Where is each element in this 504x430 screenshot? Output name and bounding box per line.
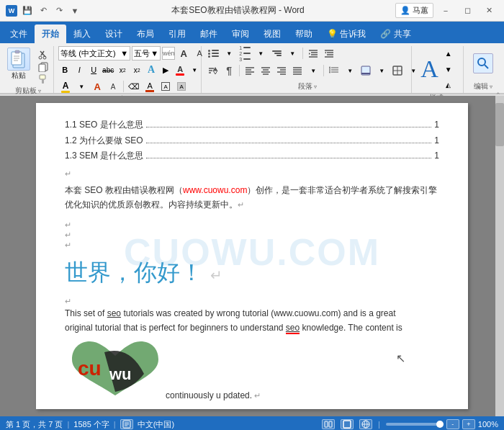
increase-font-btn[interactable]: A [176,46,191,61]
font-size-arrow[interactable]: ▼ [150,49,158,58]
font-size-selector[interactable]: 五号 ▼ [132,46,161,61]
numbered-list-arrow[interactable]: ▼ [253,46,268,61]
toc-text-3: 1.3 SEM 是什么意思 [65,148,143,164]
line-spacing-button[interactable] [327,63,341,78]
superscript-button[interactable]: x2 [130,63,143,76]
font-size-up-btn[interactable]: A [90,79,104,94]
align-arrow[interactable]: ▼ [306,63,320,78]
font-color-arrow[interactable]: ▼ [188,63,201,76]
show-marks-button[interactable]: ¶ [222,63,236,78]
font-color-btn[interactable]: A [174,63,186,76]
svg-marker-28 [213,71,217,74]
italic-button[interactable]: I [73,63,86,76]
customize-btn[interactable]: ▼ [69,5,81,17]
zoom-thumb[interactable] [436,421,444,428]
tab-file[interactable]: 文件 [3,24,35,43]
zoom-in-btn[interactable]: + [462,419,475,429]
bullets-arrow[interactable]: ▼ [222,46,236,61]
sort-button[interactable] [206,63,220,78]
proofing-icon[interactable] [120,419,133,429]
tab-references[interactable]: 引用 [161,24,193,43]
minimize-btn[interactable]: − [436,4,455,18]
tab-mail[interactable]: 邮件 [193,24,225,43]
status-bar-right: | - + 100% [322,419,498,429]
scrollbar-thumb[interactable] [495,103,504,146]
user-account-btn[interactable]: 👤 马蕙 [395,3,433,18]
strikethrough-button[interactable]: abc [102,63,114,76]
spacer2 [65,217,439,220]
font-color-a-arrow[interactable]: ▼ [74,79,89,94]
text-color-highlight-btn[interactable]: ▶ [159,63,172,76]
subscript-button[interactable]: x2 [116,63,129,76]
font-size-down-btn[interactable]: A [106,79,120,94]
word-count: 1585 个字 [73,419,109,430]
styles-more-btn[interactable]: ◭ [441,78,456,92]
tab-help[interactable]: 帮助 [288,24,320,43]
line-spacing-arrow[interactable]: ▼ [343,63,357,78]
numbered-list-button[interactable]: 1 2 3 [238,46,252,61]
increase-indent-button[interactable] [322,46,336,61]
zoom-slider[interactable] [386,423,444,426]
status-bar: 第 1 页，共 7 页 | 1585 个字 | 中文(中国) | - + 100… [0,416,504,430]
align-left-button[interactable] [243,63,257,78]
align-right-button[interactable] [274,63,289,78]
bold-button[interactable]: B [58,63,71,76]
tab-design[interactable]: 设计 [98,24,130,43]
font-color-a-btn[interactable]: A [58,79,73,94]
styles-a-display[interactable]: A [420,57,438,81]
zoom-out-btn[interactable]: - [446,419,459,429]
redo-btn[interactable]: ↷ [53,5,65,17]
shading-button[interactable] [359,63,373,78]
tab-tellme[interactable]: 💡 告诉我 [320,24,373,43]
status-sep-1: | [67,420,69,429]
toc-text-1: 1.1 SEO 是什么意思 [65,117,143,133]
font-name-value: 等线 (中文正文) [60,48,115,59]
read-mode-btn[interactable] [322,419,335,429]
tab-insert[interactable]: 插入 [66,24,98,43]
editing-expand-arrow[interactable]: ▿ [490,84,492,90]
highlight-color-btn[interactable]: A [143,79,157,94]
find-search-button[interactable] [473,53,493,73]
close-btn[interactable]: ✕ [480,4,498,18]
save-quick-btn[interactable]: 💾 [22,5,33,17]
restore-btn[interactable]: ◻ [458,4,477,18]
document-area: CUOWU.COM 1.1 SEO 是什么意思 1 1.2 为什么要做 SEO … [0,96,504,416]
document-page[interactable]: CUOWU.COM 1.1 SEO 是什么意思 1 1.2 为什么要做 SEO … [36,103,468,409]
paragraph-expand-arrow[interactable]: ▿ [314,84,317,90]
tab-start[interactable]: 开始 [35,24,66,43]
web-layout-btn[interactable] [359,419,372,429]
tab-view[interactable]: 视图 [256,24,288,43]
tab-review[interactable]: 审阅 [225,24,256,43]
svg-marker-49 [329,72,330,73]
styles-down-btn[interactable]: ▼ [441,62,456,76]
align-center-button[interactable] [258,63,273,78]
underline-button[interactable]: U [87,63,100,76]
copy-button[interactable] [35,61,52,73]
cut-button[interactable] [35,49,52,61]
font-name-arrow[interactable]: ▼ [120,49,128,58]
clear-format-btn[interactable]: ⌫ [127,79,141,94]
justify-button[interactable] [290,63,305,78]
format-painter-button[interactable] [35,73,52,85]
cuowu-link[interactable]: www.cuowu.com [183,185,247,195]
para-row1: ▼ 1 2 3 ▼ ▼ [206,46,336,61]
text-effects-btn[interactable]: A [145,63,158,76]
char-shading-btn[interactable]: A [174,79,189,94]
undo-btn[interactable]: ↶ [37,5,49,17]
clipboard-expand-arrow[interactable]: ▿ [38,88,41,94]
decrease-indent-button[interactable] [306,46,320,61]
multilevel-list-arrow[interactable]: ▼ [285,46,300,61]
vertical-scrollbar[interactable] [495,96,504,416]
multilevel-list-button[interactable] [269,46,284,61]
print-layout-btn[interactable] [341,419,354,429]
borders-button[interactable] [390,63,405,78]
tab-layout[interactable]: 布局 [130,24,161,43]
char-border-btn[interactable]: A [158,79,173,94]
tab-share[interactable]: 🔗 共享 [373,24,418,43]
styles-up-btn[interactable]: ▲ [441,46,456,61]
paste-button[interactable]: 粘贴 [4,46,33,82]
font-name-selector[interactable]: 等线 (中文正文) ▼ [58,46,130,61]
editing-group-label: 编辑 ▿ [468,81,498,91]
shading-arrow[interactable]: ▼ [374,63,389,78]
bullets-button[interactable] [206,46,220,61]
